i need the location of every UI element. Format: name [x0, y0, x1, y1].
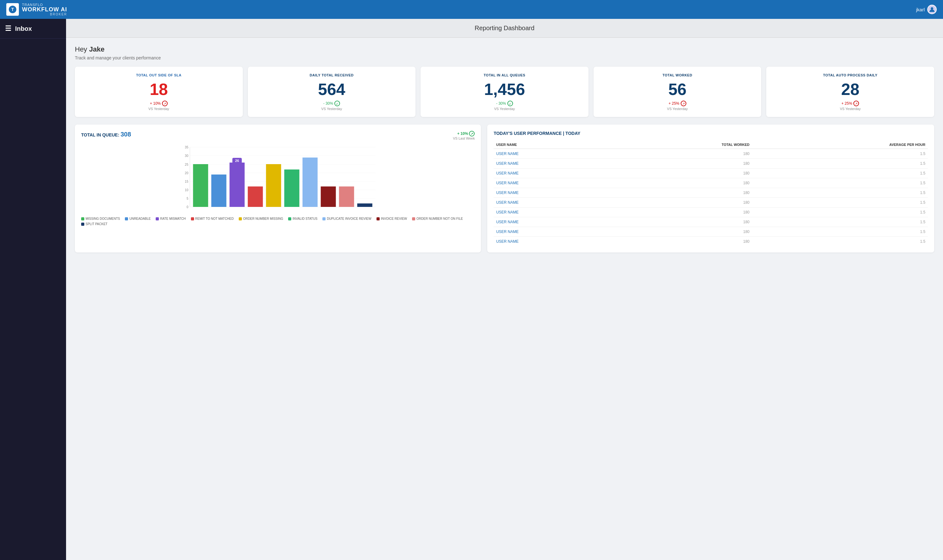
table-row: USER NAME1801.5	[493, 178, 928, 188]
bar-chart-area: 0 5 10 15 20 25 30 35	[81, 144, 475, 213]
cell-total-worked: 180	[611, 169, 752, 178]
bar-split-packet	[357, 203, 373, 207]
cell-total-worked: 180	[611, 237, 752, 246]
chart-title: TOTAL IN QUEUE: 308	[81, 131, 131, 138]
chart-legend: MISSING DOCUMENTS UNREADABLE RATE MISMAT…	[81, 217, 475, 226]
performance-table: USER NAME TOTAL WORKED AVERAGE PER HOUR …	[493, 141, 928, 246]
cell-total-worked: 180	[611, 149, 752, 159]
sidebar: ☰ Inbox	[0, 19, 66, 560]
cell-total-worked: 180	[611, 198, 752, 208]
kpi-change-1: - 30% ↙	[253, 101, 411, 106]
cell-username: USER NAME	[493, 169, 611, 178]
performance-title: TODAY'S USER PERFORMANCE | TODAY	[493, 131, 928, 136]
sidebar-inbox[interactable]: ☰ Inbox	[0, 19, 66, 38]
legend-missing-docs: MISSING DOCUMENTS	[81, 217, 120, 220]
legend-order-missing: ORDER NUMBER MISSING	[239, 217, 283, 220]
legend-dot-invoice	[376, 217, 380, 220]
hamburger-icon[interactable]: ☰	[5, 25, 11, 33]
cell-avg-per-hour: 1.5	[752, 198, 928, 208]
legend-split-packet: SPLIT PACKET	[81, 222, 108, 226]
kpi-change-3: + 25% ↗	[599, 101, 757, 106]
cell-username: USER NAME	[493, 149, 611, 159]
avatar[interactable]	[927, 5, 937, 14]
bar-chart-svg: 0 5 10 15 20 25 30 35	[81, 144, 475, 213]
svg-text:35: 35	[185, 146, 189, 149]
kpi-change-2: - 30% ↙	[425, 101, 584, 106]
kpi-row: TOTAL OUT SIDE OF SLA 18 + 10% ↗ VS Yest…	[75, 67, 934, 117]
cell-username: USER NAME	[493, 178, 611, 188]
legend-invalid-status: INVALID STATUS	[288, 217, 317, 220]
table-header-row: USER NAME TOTAL WORKED AVERAGE PER HOUR	[493, 141, 928, 149]
svg-point-2	[931, 7, 933, 10]
legend-dot-missing	[81, 217, 84, 220]
kpi-title-2: TOTAL IN ALL QUEUES	[425, 73, 584, 77]
cell-avg-per-hour: 1.5	[752, 178, 928, 188]
bar-order-missing	[266, 164, 281, 207]
cell-avg-per-hour: 1.5	[752, 217, 928, 227]
table-row: USER NAME1801.5	[493, 198, 928, 208]
svg-text:15: 15	[185, 180, 189, 183]
cell-username: USER NAME	[493, 159, 611, 169]
cell-avg-per-hour: 1.5	[752, 169, 928, 178]
hey-text: Hey	[75, 45, 89, 53]
cell-total-worked: 180	[611, 227, 752, 237]
svg-text:T: T	[11, 7, 14, 12]
cell-avg-per-hour: 1.5	[752, 237, 928, 246]
legend-dot-order	[239, 217, 242, 220]
cell-avg-per-hour: 1.5	[752, 159, 928, 169]
page-title: Reporting Dashboard	[475, 25, 535, 31]
logo: T TRANSFLO WORKFLOW AI BROKER	[6, 3, 67, 16]
kpi-card-0: TOTAL OUT SIDE OF SLA 18 + 10% ↗ VS Yest…	[75, 67, 243, 117]
kpi-change-4: + 25% ↗	[771, 101, 929, 106]
bottom-row: TOTAL IN QUEUE: 308 + 10% ↗ VS Last Week	[75, 125, 934, 252]
layout: ☰ Inbox Reporting Dashboard Hey Jake Tra…	[0, 19, 943, 560]
col-avg-per-hour: AVERAGE PER HOUR	[752, 141, 928, 149]
kpi-title-1: DAILY TOTAL RECEIVED	[253, 73, 411, 77]
svg-text:25: 25	[185, 163, 189, 166]
cell-total-worked: 180	[611, 208, 752, 217]
cell-total-worked: 180	[611, 178, 752, 188]
table-row: USER NAME1801.5	[493, 169, 928, 178]
bar-order-not-on-file	[339, 186, 354, 207]
content: Hey Jake Track and manage your clients p…	[66, 38, 943, 560]
bar-rate-mismatch	[230, 163, 245, 207]
greeting: Hey Jake	[75, 45, 934, 54]
kpi-vs-3: VS Yesterday	[599, 107, 757, 111]
user-area[interactable]: jkarl	[916, 5, 937, 14]
kpi-value-4: 28	[771, 81, 929, 97]
chart-vs: + 10% ↗ VS Last Week	[453, 131, 475, 140]
legend-order-not-on-file: ORDER NUMBER NOT ON FILE	[412, 217, 463, 220]
legend-unreadable: UNREADABLE	[125, 217, 151, 220]
brand-name: TRANSFLO	[22, 3, 67, 6]
svg-text:20: 20	[185, 171, 189, 175]
kpi-card-4: TOTAL AUTO PROCESS DAILY 28 + 25% ↗ VS Y…	[766, 67, 934, 117]
subtext: Track and manage your clients performanc…	[75, 55, 934, 60]
legend-dot-rate	[156, 217, 159, 220]
bar-unreadable	[211, 174, 227, 207]
legend-remit: REMIT TO NOT MATCHED	[191, 217, 234, 220]
cell-username: USER NAME	[493, 198, 611, 208]
table-head: USER NAME TOTAL WORKED AVERAGE PER HOUR	[493, 141, 928, 149]
kpi-vs-1: VS Yesterday	[253, 107, 411, 111]
legend-dot-split	[81, 223, 84, 226]
main-area: Reporting Dashboard Hey Jake Track and m…	[66, 19, 943, 560]
user-name: Jake	[89, 45, 105, 53]
table-row: USER NAME1801.5	[493, 237, 928, 246]
table-row: USER NAME1801.5	[493, 188, 928, 198]
legend-dot-duplicate	[322, 217, 325, 220]
product-sub: BROKER	[22, 12, 67, 16]
legend-invoice-review: INVOICE REVIEW	[376, 217, 407, 220]
username-label: jkarl	[916, 7, 925, 12]
bar-duplicate-invoice	[303, 157, 318, 207]
bar-tooltip-26: 26	[235, 159, 239, 163]
cell-avg-per-hour: 1.5	[752, 208, 928, 217]
svg-text:10: 10	[185, 188, 189, 192]
logo-icon: T	[6, 3, 19, 16]
bar-remit	[248, 186, 263, 207]
page-header: Reporting Dashboard	[66, 19, 943, 38]
kpi-card-1: DAILY TOTAL RECEIVED 564 - 30% ↙ VS Yest…	[248, 67, 416, 117]
table-row: USER NAME1801.5	[493, 217, 928, 227]
svg-text:30: 30	[185, 154, 189, 157]
kpi-value-0: 18	[80, 81, 238, 97]
legend-rate-mismatch: RATE MISMATCH	[156, 217, 186, 220]
